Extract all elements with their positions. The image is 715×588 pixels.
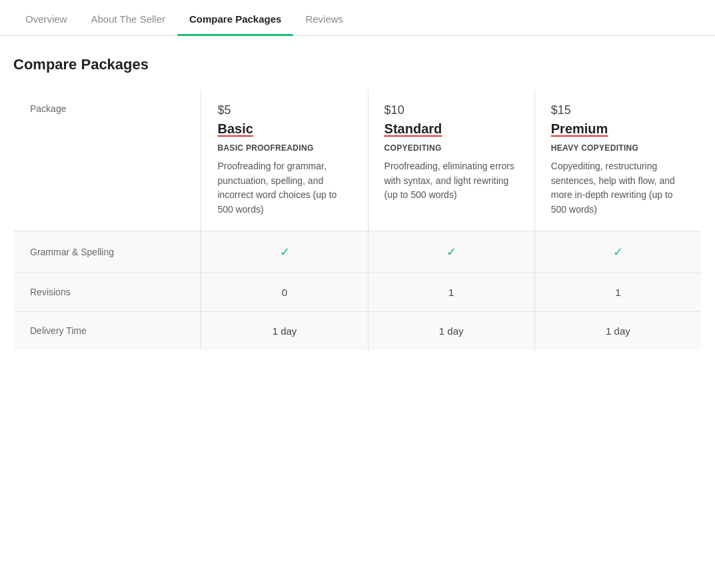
grammar-spelling-label: Grammar & Spelling <box>14 231 201 273</box>
nav-bar: Overview About The Seller Compare Packag… <box>0 0 715 36</box>
grammar-spelling-row: Grammar & Spelling ✓ ✓ ✓ <box>14 231 702 273</box>
grammar-spelling-standard: ✓ <box>368 231 534 273</box>
basic-subtitle: BASIC PROOFREADING <box>217 143 351 153</box>
check-icon-standard: ✓ <box>384 245 518 259</box>
revisions-premium: 1 <box>534 273 701 311</box>
check-icon-basic: ✓ <box>217 245 351 259</box>
nav-item-about-seller[interactable]: About The Seller <box>79 0 177 35</box>
premium-description: Copyediting, restructuring sentences, he… <box>551 159 685 217</box>
delivery-time-label: Delivery Time <box>14 311 201 350</box>
standard-description: Proofreading, eliminating errors with sy… <box>384 159 518 203</box>
revisions-basic: 0 <box>201 273 368 311</box>
package-premium: $15 Premium HEAVY COPYEDITING Copyeditin… <box>534 90 701 231</box>
delivery-time-standard: 1 day <box>368 311 534 350</box>
standard-price: $10 <box>384 103 518 117</box>
compare-table: Package $5 Basic BASIC PROOFREADING Proo… <box>13 89 702 351</box>
page-content: Compare Packages Package $5 Basic BASIC … <box>0 36 715 377</box>
page-title: Compare Packages <box>13 56 702 73</box>
grammar-spelling-basic: ✓ <box>201 231 368 273</box>
package-standard: $10 Standard COPYEDITING Proofreading, e… <box>368 90 534 231</box>
package-row: Package $5 Basic BASIC PROOFREADING Proo… <box>14 90 702 231</box>
package-basic: $5 Basic BASIC PROOFREADING Proofreading… <box>201 90 368 231</box>
check-icon-premium: ✓ <box>551 245 685 259</box>
basic-price: $5 <box>217 103 351 117</box>
nav-item-compare-packages[interactable]: Compare Packages <box>177 0 293 35</box>
standard-subtitle: COPYEDITING <box>384 143 518 153</box>
nav-item-reviews[interactable]: Reviews <box>293 0 355 35</box>
revisions-label: Revisions <box>14 273 201 311</box>
delivery-time-basic: 1 day <box>201 311 368 350</box>
revisions-standard: 1 <box>368 273 534 311</box>
premium-price: $15 <box>551 103 685 117</box>
revisions-row: Revisions 0 1 1 <box>14 273 702 311</box>
grammar-spelling-premium: ✓ <box>534 231 701 273</box>
basic-name: Basic <box>217 121 253 137</box>
premium-name: Premium <box>551 121 608 137</box>
standard-name: Standard <box>384 121 442 137</box>
package-label: Package <box>14 90 201 231</box>
premium-subtitle: HEAVY COPYEDITING <box>551 143 685 153</box>
nav-item-overview[interactable]: Overview <box>13 0 79 35</box>
basic-description: Proofreading for grammar, punctuation, s… <box>217 159 351 217</box>
delivery-time-premium: 1 day <box>534 311 701 350</box>
delivery-time-row: Delivery Time 1 day 1 day 1 day <box>14 311 702 350</box>
